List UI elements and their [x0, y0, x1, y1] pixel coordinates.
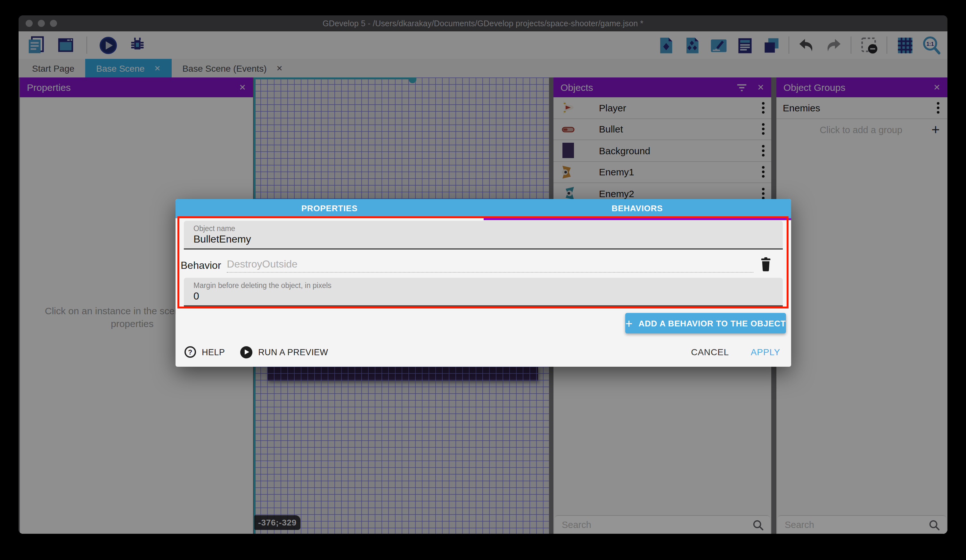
behavior-label: Behavior — [181, 260, 221, 271]
gdevelop-window: GDevelop 5 - /Users/dkarakay/Documents/G… — [18, 15, 948, 534]
help-label: HELP — [202, 347, 225, 357]
active-tab-indicator — [483, 218, 791, 220]
plus-icon: + — [625, 317, 632, 329]
delete-behavior-button[interactable] — [755, 254, 776, 275]
tab-behaviors[interactable]: BEHAVIORS — [483, 199, 791, 218]
apply-button[interactable]: APPLY — [751, 347, 780, 357]
dialog-footer: ? HELP RUN A PREVIEW CANCEL APPLY — [184, 344, 780, 360]
cancel-button[interactable]: CANCEL — [691, 347, 729, 357]
play-preview-icon — [240, 346, 252, 358]
help-icon: ? — [184, 346, 196, 358]
desktop: GDevelop 5 - /Users/dkarakay/Documents/G… — [0, 0, 966, 560]
behavior-row: Behavior — [181, 256, 753, 275]
object-name-label: Object name — [194, 224, 235, 233]
run-preview-button[interactable]: RUN A PREVIEW — [240, 346, 328, 358]
add-behavior-button[interactable]: + ADD A BEHAVIOR TO THE OBJECT — [625, 313, 786, 334]
object-editor-dialog: PROPERTIES BEHAVIORS Object name Behavio… — [176, 199, 791, 367]
behavior-name-input[interactable] — [227, 259, 753, 273]
object-name-field[interactable]: Object name — [184, 221, 783, 250]
margin-input[interactable] — [194, 291, 757, 302]
run-preview-label: RUN A PREVIEW — [258, 347, 328, 357]
dialog-tabbar: PROPERTIES BEHAVIORS — [176, 199, 791, 218]
add-behavior-label: ADD A BEHAVIOR TO THE OBJECT — [638, 318, 786, 328]
help-button[interactable]: ? HELP — [184, 346, 225, 358]
tab-properties[interactable]: PROPERTIES — [176, 199, 483, 218]
margin-label: Margin before deleting the object, in pi… — [194, 282, 332, 289]
margin-field[interactable]: Margin before deleting the object, in pi… — [184, 278, 783, 306]
object-name-input[interactable] — [194, 234, 757, 245]
trash-icon — [759, 257, 772, 272]
